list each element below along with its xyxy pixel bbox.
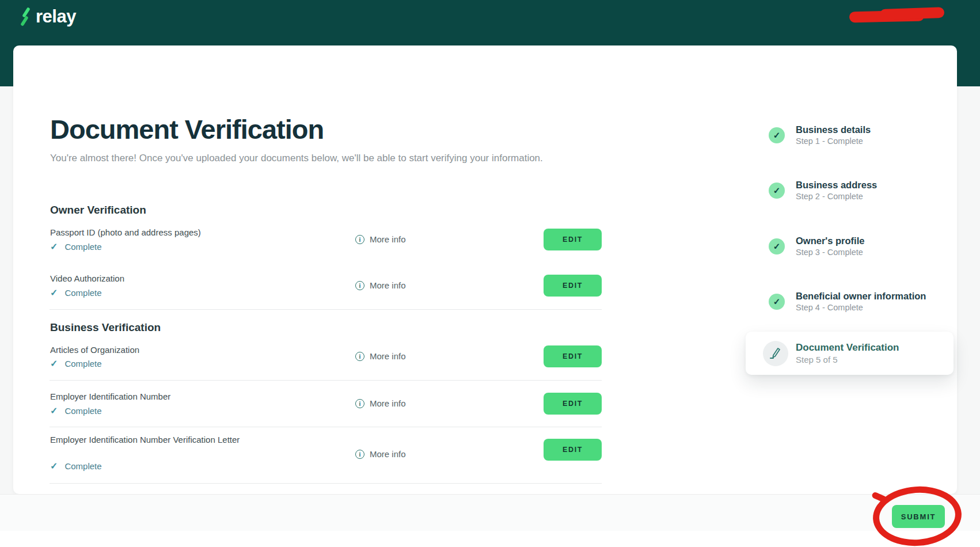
step-item-beneficial-owner-information[interactable]: ✓ Beneficial owner information Step 4 - … [769,290,926,313]
edit-button[interactable]: EDIT [544,393,602,415]
status-text: Complete [64,461,101,471]
check-icon: ✓ [50,358,58,369]
info-icon: i [355,450,364,459]
relay-logo: relay [19,6,76,27]
step-title: Beneficial owner information [796,290,926,302]
step-complete-check-icon: ✓ [769,127,785,143]
more-info-label: More info [370,280,406,290]
more-info-link[interactable]: i More info [355,449,406,459]
more-info-label: More info [370,351,406,361]
step-complete-check-icon: ✓ [769,294,785,310]
redaction-marker [880,7,945,20]
status-complete: ✓ Complete [50,241,102,252]
page-subtitle: You're almost there! Once you've uploade… [50,152,557,164]
edit-button[interactable]: EDIT [544,345,602,367]
relay-bolt-icon [19,7,32,26]
footer-bar [0,494,980,531]
step-title: Business details [796,124,871,136]
status-text: Complete [64,288,101,298]
check-icon: ✓ [50,287,58,298]
more-info-link[interactable]: i More info [355,234,406,244]
info-icon: i [355,352,364,361]
step-subtitle: Step 1 - Complete [796,136,871,147]
check-icon: ✓ [50,405,58,416]
step-item-owners-profile[interactable]: ✓ Owner's profile Step 3 - Complete [769,235,864,258]
document-label: Video Authorization [50,274,246,283]
status-complete: ✓ Complete [50,287,102,298]
info-icon: i [355,281,364,290]
edit-button[interactable]: EDIT [544,229,602,250]
step-subtitle: Step 3 - Complete [796,247,864,258]
more-info-link[interactable]: i More info [355,351,406,361]
info-icon: i [355,235,364,244]
status-text: Complete [64,242,101,252]
check-icon: ✓ [50,461,58,472]
info-icon: i [355,399,364,408]
step-item-business-details[interactable]: ✓ Business details Step 1 - Complete [769,124,871,147]
document-label: Passport ID (photo and address pages) [50,227,246,237]
row-divider [50,427,602,427]
step-title: Business address [796,179,877,191]
page-title: Document Verification [50,113,324,145]
status-complete: ✓ Complete [50,405,102,416]
check-icon: ✓ [50,241,58,252]
more-info-label: More info [370,449,406,459]
document-label: Employer Identification Number [50,392,246,401]
step-title: Document Verification [796,341,899,354]
edit-button[interactable]: EDIT [544,275,602,297]
main-card: Document Verification You're almost ther… [13,45,957,494]
status-text: Complete [64,359,101,369]
step-subtitle: Step 4 - Complete [796,302,926,313]
step-item-business-address[interactable]: ✓ Business address Step 2 - Complete [769,179,877,202]
more-info-label: More info [370,234,406,244]
status-complete: ✓ Complete [50,461,102,472]
relay-logo-text: relay [36,6,76,27]
row-divider [50,380,602,381]
step-title: Owner's profile [796,235,864,247]
step-complete-check-icon: ✓ [769,238,785,254]
step-subtitle: Step 5 of 5 [796,354,899,366]
section-heading-business-verification: Business Verification [50,321,161,334]
step-subtitle: Step 2 - Complete [796,191,877,202]
document-verification-page: relay Document Verification You're almos… [0,0,980,547]
more-info-link[interactable]: i More info [355,280,406,290]
step-item-document-verification-current[interactable]: Document Verification Step 5 of 5 [746,332,954,375]
document-label: Articles of Organization [50,345,246,355]
more-info-link[interactable]: i More info [355,398,406,408]
document-label: Employer Identification Number Verificat… [50,435,246,445]
status-text: Complete [64,406,101,416]
more-info-label: More info [370,398,406,408]
edit-button[interactable]: EDIT [544,439,602,461]
submit-button[interactable]: SUBMIT [892,505,945,528]
row-divider [50,483,602,484]
row-divider [50,309,602,310]
pencil-icon [763,341,788,366]
status-complete: ✓ Complete [50,358,102,369]
section-heading-owner-verification: Owner Verification [50,204,146,216]
step-complete-check-icon: ✓ [769,183,785,199]
